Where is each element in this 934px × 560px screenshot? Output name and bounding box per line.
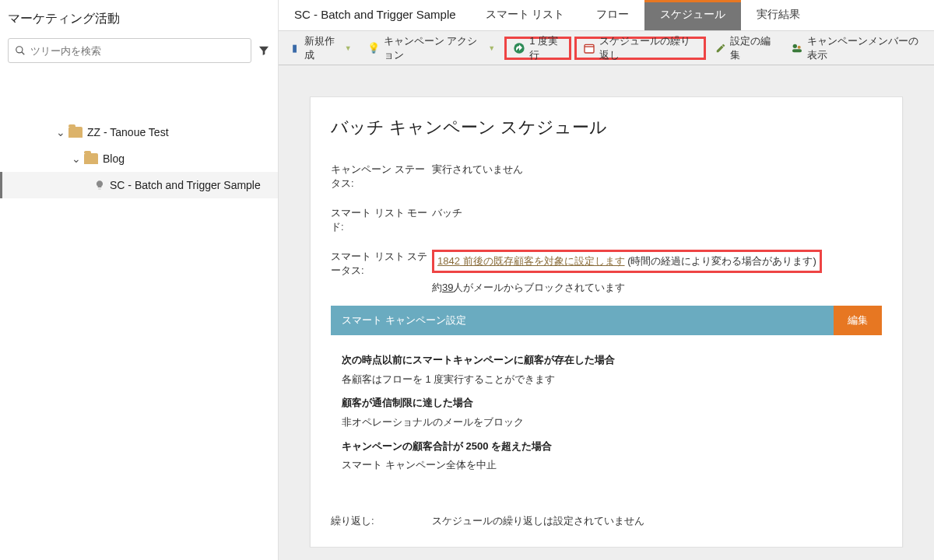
tree-label: Blog xyxy=(103,152,125,165)
search-row xyxy=(0,38,278,72)
tab-smartlist[interactable]: スマート リスト xyxy=(470,0,581,30)
sidebar-title: マーケティング活動 xyxy=(0,0,278,38)
tree-label: ZZ - Tanoue Test xyxy=(87,126,169,138)
campaign-status-value: 実行されていません xyxy=(432,163,882,191)
repeat-label: 繰り返し: xyxy=(331,514,432,528)
rule3-text: スマート キャンペーン全体を中止 xyxy=(342,456,871,475)
campaign-status-row: キャンペーン ステータス: 実行されていません xyxy=(331,163,882,191)
content: バッチ キャンペーン スケジュール キャンペーン ステータス: 実行されていませ… xyxy=(279,65,934,548)
label: キャンペーン アクション xyxy=(384,34,483,62)
new-icon: ▮ xyxy=(290,42,300,54)
filter-icon[interactable] xyxy=(258,44,270,57)
schedule-recurrence-button[interactable]: スケジュールの繰り返し xyxy=(574,37,706,60)
search-input[interactable] xyxy=(30,45,244,57)
label: 1 度実行 xyxy=(529,34,562,62)
smartlist-count-link[interactable]: 1842 前後の既存顧客を対象に設定します xyxy=(437,255,625,267)
tree-label: SC - Batch and Trigger Sample xyxy=(110,179,261,191)
label: 新規作成 xyxy=(304,34,339,62)
search-box[interactable] xyxy=(8,38,251,63)
svg-point-6 xyxy=(797,45,800,48)
smartlist-status-row: スマート リスト ステータス: 1842 前後の既存顧客を対象に設定します (時… xyxy=(331,250,882,295)
rule2-heading: 顧客が通信制限に達した場合 xyxy=(342,394,871,413)
search-icon xyxy=(15,45,26,56)
smartlist-count: 1842 xyxy=(437,255,460,267)
blocked-prefix: 約 xyxy=(432,282,442,293)
settings-body: 次の時点以前にスマートキャンペーンに顧客が存在した場合 各顧客はフローを 1 度… xyxy=(331,335,882,492)
blocked-row: 約39人がメールからブロックされています xyxy=(432,281,882,295)
campaign-status-label: キャンペーン ステータス: xyxy=(331,163,432,191)
label: キャンペーンメンバーの表示 xyxy=(807,34,923,62)
svg-line-1 xyxy=(22,52,25,55)
tree-node-campaign[interactable]: SC - Batch and Trigger Sample xyxy=(0,172,278,198)
lightbulb-icon: 💡 xyxy=(367,42,380,54)
label: スケジュールの繰り返し xyxy=(599,34,697,62)
blocked-count[interactable]: 39 xyxy=(442,282,453,293)
tabs: SC - Batch and Trigger Sample スマート リスト フ… xyxy=(279,0,934,31)
schedule-card: バッチ キャンペーン スケジュール キャンペーン ステータス: 実行されていませ… xyxy=(310,96,903,548)
lightbulb-icon xyxy=(94,180,105,191)
smartlist-status-highlight: 1842 前後の既存顧客を対象に設定します (時間の経過により変わる場合がありま… xyxy=(432,250,822,273)
blocked-suffix: 人がメールからブロックされています xyxy=(453,282,625,293)
rule3-heading: キャンペーンの顧客合計が 2500 を超えた場合 xyxy=(342,437,871,457)
svg-rect-7 xyxy=(792,49,802,52)
label: 設定の編集 xyxy=(730,34,775,62)
repeat-row: 繰り返し: スケジュールの繰り返しは設定されていません xyxy=(331,514,882,528)
tab-results[interactable]: 実行結果 xyxy=(741,0,816,30)
repeat-value: スケジュールの繰り返しは設定されていません xyxy=(432,514,644,528)
campaign-name: SC - Batch and Trigger Sample xyxy=(286,0,470,30)
members-icon xyxy=(791,42,803,54)
settings-edit-button[interactable]: 編集 xyxy=(834,306,882,335)
chevron-down-icon: ▼ xyxy=(488,44,495,52)
svg-point-5 xyxy=(792,44,796,47)
run-once-button[interactable]: 1 度実行 xyxy=(504,37,571,60)
smartlist-mode-label: スマート リスト モード: xyxy=(331,206,432,234)
folder-icon xyxy=(68,127,83,138)
settings-bar: スマート キャンペーン設定 編集 xyxy=(331,306,882,335)
main: SC - Batch and Trigger Sample スマート リスト フ… xyxy=(279,0,934,560)
tree-node-zz[interactable]: ⌄ ZZ - Tanoue Test xyxy=(0,119,278,145)
calendar-icon xyxy=(583,42,595,54)
edit-settings-button[interactable]: 設定の編集 xyxy=(709,37,781,60)
smartlist-mode-row: スマート リスト モード: バッチ xyxy=(331,206,882,234)
tree-node-blog[interactable]: ⌄ Blog xyxy=(0,145,278,172)
smartlist-note: (時間の経過により変わる場合があります) xyxy=(625,255,816,267)
rule1-text: 各顧客はフローを 1 度実行することができます xyxy=(342,370,871,390)
chevron-down-icon: ⌄ xyxy=(56,126,64,138)
tree: ⌄ ZZ - Tanoue Test ⌄ Blog SC - Batch and… xyxy=(0,72,278,198)
new-button[interactable]: ▮ 新規作成 ▼ xyxy=(283,37,358,60)
smartlist-status-label: スマート リスト ステータス: xyxy=(331,250,432,295)
edit-icon xyxy=(715,42,726,54)
sidebar: マーケティング活動 ⌄ ZZ - Tanoue Test ⌄ Blog xyxy=(0,0,279,560)
tab-flow[interactable]: フロー xyxy=(581,0,644,30)
svg-point-0 xyxy=(16,47,23,53)
toolbar: ▮ 新規作成 ▼ 💡 キャンペーン アクション ▼ 1 度実行 スケジュールの繰… xyxy=(279,31,934,65)
svg-rect-3 xyxy=(585,44,594,53)
chevron-down-icon: ▼ xyxy=(345,44,352,52)
rule1-heading: 次の時点以前にスマートキャンペーンに顧客が存在した場合 xyxy=(342,351,871,370)
run-once-icon xyxy=(513,42,525,54)
folder-icon xyxy=(84,153,98,164)
smartlist-mode-value: バッチ xyxy=(432,206,882,234)
tab-schedule[interactable]: スケジュール xyxy=(644,0,741,30)
view-members-button[interactable]: キャンペーンメンバーの表示 xyxy=(785,37,929,60)
campaign-actions-button[interactable]: 💡 キャンペーン アクション ▼ xyxy=(361,37,502,60)
rule2-text: 非オペレーショナルのメールをブロック xyxy=(342,413,871,432)
page-heading: バッチ キャンペーン スケジュール xyxy=(331,116,882,163)
settings-title: スマート キャンペーン設定 xyxy=(331,306,834,335)
chevron-down-icon: ⌄ xyxy=(72,152,79,165)
smartlist-link-text: 前後の既存顧客を対象に設定します xyxy=(460,255,625,267)
